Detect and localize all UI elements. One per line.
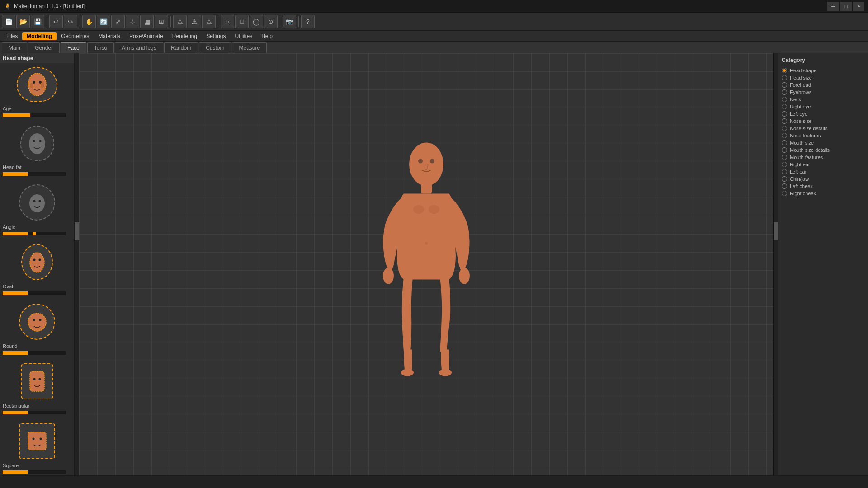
category-right-eye[interactable]: Right eye bbox=[782, 103, 864, 110]
oval-slider-container bbox=[3, 290, 71, 296]
category-left-eye-label: Left eye bbox=[790, 111, 807, 117]
category-mouth-size[interactable]: Mouth size bbox=[782, 139, 864, 146]
redo-button[interactable]: ↪ bbox=[64, 15, 77, 28]
category-nose-size-label: Nose size bbox=[790, 118, 811, 124]
round-slider[interactable] bbox=[3, 351, 66, 355]
category-nose-size[interactable]: Nose size bbox=[782, 117, 864, 125]
maximize-button[interactable]: □ bbox=[840, 2, 852, 11]
age-label: Age bbox=[3, 106, 71, 111]
square-slider[interactable] bbox=[3, 470, 66, 474]
right-panel: Category Head shape Head size Forehead E… bbox=[778, 53, 868, 475]
category-neck[interactable]: Neck bbox=[782, 96, 864, 103]
save-button[interactable]: 💾 bbox=[31, 15, 44, 28]
category-right-ear-label: Right ear bbox=[790, 162, 810, 167]
transform-button[interactable]: ⊹ bbox=[126, 15, 139, 28]
cylinder-button[interactable]: ◯ bbox=[250, 15, 263, 28]
close-button[interactable]: ✕ bbox=[853, 2, 864, 11]
minimize-button[interactable]: ─ bbox=[827, 2, 839, 11]
tab-measure[interactable]: Measure bbox=[232, 42, 267, 53]
head-fat-label: Head fat bbox=[3, 164, 71, 170]
svg-point-21 bbox=[33, 438, 35, 440]
svg-point-6 bbox=[33, 140, 35, 142]
category-left-eye[interactable]: Left eye bbox=[782, 110, 864, 117]
svg-point-36 bbox=[430, 159, 434, 164]
oval-label: Oval bbox=[3, 284, 71, 289]
category-head-size[interactable]: Head size bbox=[782, 74, 864, 81]
category-right-cheek-label: Right cheek bbox=[790, 191, 816, 196]
category-head-shape[interactable]: Head shape bbox=[782, 67, 864, 74]
new-button[interactable]: 📄 bbox=[2, 15, 15, 28]
head-fat-section: Head fat bbox=[0, 122, 74, 181]
viewport[interactable] bbox=[79, 53, 773, 475]
tab-face[interactable]: Face bbox=[61, 42, 86, 53]
category-nose-size-details[interactable]: Nose size details bbox=[782, 125, 864, 132]
warning1-button[interactable]: ⚠ bbox=[173, 15, 187, 28]
tab-gender[interactable]: Gender bbox=[28, 42, 60, 53]
radio-mouth-features bbox=[782, 155, 787, 160]
toolbar-sep-3 bbox=[170, 16, 171, 27]
tab-main[interactable]: Main bbox=[2, 42, 27, 53]
category-left-cheek-label: Left cheek bbox=[790, 183, 813, 189]
menu-rendering[interactable]: Rendering bbox=[168, 32, 202, 40]
titlebar-controls: ─ □ ✕ bbox=[827, 2, 864, 11]
age-section: Age bbox=[0, 63, 74, 122]
category-mouth-size-details[interactable]: Mouth size details bbox=[782, 146, 864, 154]
warning3-button[interactable]: ⚠ bbox=[202, 15, 216, 28]
category-right-ear[interactable]: Right ear bbox=[782, 161, 864, 168]
category-left-ear-label: Left ear bbox=[790, 169, 807, 174]
tab-random[interactable]: Random bbox=[164, 42, 198, 53]
tab-torso[interactable]: Torso bbox=[87, 42, 114, 53]
category-nose-features[interactable]: Nose features bbox=[782, 132, 864, 139]
menu-geometries[interactable]: Geometries bbox=[57, 32, 94, 40]
category-forehead[interactable]: Forehead bbox=[782, 81, 864, 89]
svg-point-7 bbox=[39, 140, 42, 142]
tab-arms-and-legs[interactable]: Arms and legs bbox=[115, 42, 163, 53]
menu-pose-animate[interactable]: Pose/Animate bbox=[125, 32, 168, 40]
sphere-button[interactable]: ○ bbox=[221, 15, 234, 28]
head-fat-preview bbox=[26, 131, 48, 156]
right-scroll-handle[interactable] bbox=[774, 222, 778, 240]
menu-files[interactable]: Files bbox=[2, 32, 22, 40]
category-chin-jaw-label: Chin/jaw bbox=[790, 176, 809, 182]
torus-button[interactable]: ⊙ bbox=[264, 15, 278, 28]
grab-button[interactable]: ✋ bbox=[82, 15, 96, 28]
menu-settings[interactable]: Settings bbox=[202, 32, 230, 40]
category-left-cheek[interactable]: Left cheek bbox=[782, 183, 864, 190]
age-slider[interactable] bbox=[3, 113, 66, 117]
category-left-ear[interactable]: Left ear bbox=[782, 168, 864, 175]
category-eyebrows[interactable]: Eyebrows bbox=[782, 89, 864, 96]
svg-point-22 bbox=[40, 438, 42, 440]
warning2-button[interactable]: ⚠ bbox=[188, 15, 201, 28]
rectangular-section: Rectangular bbox=[0, 360, 74, 419]
category-chin-jaw[interactable]: Chin/jaw bbox=[782, 175, 864, 183]
category-right-cheek[interactable]: Right cheek bbox=[782, 190, 864, 197]
svg-point-3 bbox=[30, 82, 33, 89]
grid2-btn[interactable]: ⊞ bbox=[155, 15, 168, 28]
category-mouth-features[interactable]: Mouth features bbox=[782, 154, 864, 161]
rotate-button[interactable]: 🔄 bbox=[97, 15, 110, 28]
category-head-shape-label: Head shape bbox=[790, 68, 816, 73]
tab-custom[interactable]: Custom bbox=[199, 42, 231, 53]
menu-modelling[interactable]: Modelling bbox=[22, 32, 57, 40]
camera-button[interactable]: 📷 bbox=[283, 15, 296, 28]
grid-btn[interactable]: ▦ bbox=[140, 15, 154, 28]
left-scroll-handle[interactable] bbox=[75, 222, 79, 240]
menu-help[interactable]: Help bbox=[257, 32, 277, 40]
radio-left-eye bbox=[782, 111, 787, 117]
open-button[interactable]: 📂 bbox=[16, 15, 30, 28]
scale-button[interactable]: ⤢ bbox=[111, 15, 125, 28]
menu-utilities[interactable]: Utilities bbox=[231, 32, 257, 40]
round-label: Round bbox=[3, 343, 71, 349]
svg-point-15 bbox=[33, 319, 35, 321]
angle-slider[interactable] bbox=[3, 232, 66, 235]
svg-point-14 bbox=[28, 313, 46, 331]
oval-slider[interactable] bbox=[3, 291, 66, 295]
menu-materials[interactable]: Materials bbox=[94, 32, 125, 40]
svg-point-8 bbox=[29, 194, 45, 212]
help-button[interactable]: ? bbox=[301, 15, 315, 28]
radio-mouth-size-details bbox=[782, 147, 787, 153]
head-fat-slider[interactable] bbox=[3, 172, 66, 176]
rectangular-slider[interactable] bbox=[3, 411, 66, 414]
undo-button[interactable]: ↩ bbox=[49, 15, 63, 28]
cube-button[interactable]: □ bbox=[235, 15, 249, 28]
